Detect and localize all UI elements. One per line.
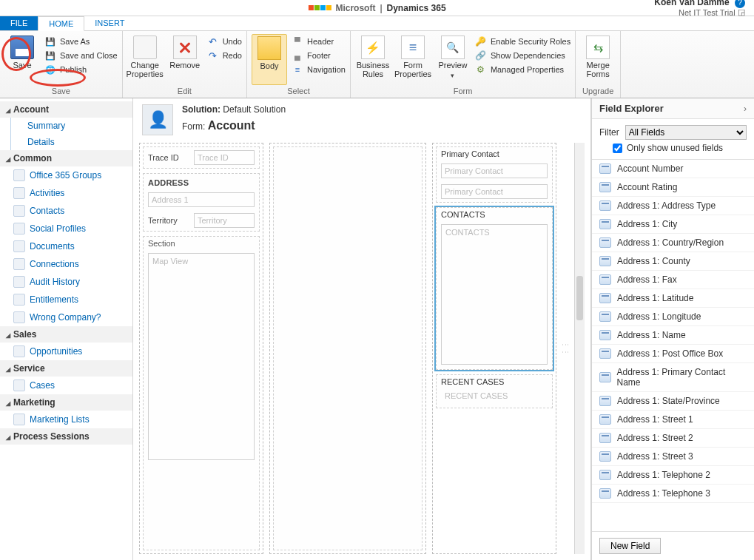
canvas-section-map[interactable]: Section Map View bbox=[143, 236, 260, 550]
nav-item[interactable]: Opportunities bbox=[0, 343, 132, 360]
field-row[interactable]: Address 1: State/Province bbox=[592, 392, 754, 411]
enable-security-button[interactable]: Enable Security Roles bbox=[475, 36, 570, 47]
field-icon bbox=[599, 451, 611, 462]
group-label-upgrade: Upgrade bbox=[580, 85, 616, 98]
field-row[interactable]: Address 1: Street 3 bbox=[592, 448, 754, 466]
undo-button[interactable]: Undo bbox=[207, 36, 242, 47]
field-icon bbox=[599, 200, 611, 211]
filter-select[interactable]: All Fields bbox=[625, 125, 747, 140]
field-list[interactable]: Account NumberAccount RatingAddress 1: A… bbox=[592, 159, 754, 531]
nav-item[interactable]: Activities bbox=[0, 184, 132, 202]
field-row[interactable]: Address 1: Longitude bbox=[592, 308, 754, 326]
primary-contact-field-2[interactable]: Primary Contact bbox=[441, 184, 548, 199]
form-canvas[interactable]: Trace IDTrace ID ADDRESS Address 1 Terri… bbox=[133, 143, 590, 560]
footer-button[interactable]: Footer bbox=[292, 50, 346, 61]
new-field-button[interactable]: New Field bbox=[599, 538, 661, 554]
nav-item[interactable]: Contacts bbox=[0, 202, 132, 220]
nav-group-common[interactable]: Common bbox=[0, 150, 132, 166]
canvas-section-contacts[interactable]: CONTACTS CONTACTS bbox=[436, 207, 553, 370]
address1-field[interactable]: Address 1 bbox=[148, 192, 255, 207]
canvas-column-middle[interactable] bbox=[269, 143, 426, 554]
save-button[interactable]: Save bbox=[4, 34, 40, 85]
change-properties-icon bbox=[133, 36, 157, 59]
canvas-field-traceid[interactable]: Trace IDTrace ID bbox=[143, 146, 260, 169]
trace-id-field[interactable]: Trace ID bbox=[194, 150, 255, 165]
body-button[interactable]: Body bbox=[252, 34, 287, 85]
unused-fields-checkbox[interactable] bbox=[613, 144, 622, 153]
field-row[interactable]: Address 1: Country/Region bbox=[592, 234, 754, 252]
org-popup-icon[interactable]: ◲ bbox=[738, 7, 745, 16]
field-row[interactable]: Address 1: Telephone 3 bbox=[592, 485, 754, 503]
tab-file[interactable]: FILE bbox=[0, 16, 38, 30]
change-properties-button[interactable]: Change Properties bbox=[127, 34, 163, 85]
nav-item-details[interactable]: Details bbox=[11, 134, 132, 150]
save-as-button[interactable]: Save As bbox=[44, 36, 118, 47]
drag-handle-icon[interactable]: ⋮⋮ bbox=[562, 143, 568, 554]
managed-properties-icon bbox=[475, 64, 487, 75]
field-icon bbox=[599, 293, 611, 303]
nav-item-summary[interactable]: Summary bbox=[11, 118, 132, 134]
nav-group-process[interactable]: Process Sessions bbox=[0, 428, 132, 445]
nav-item-icon bbox=[13, 345, 25, 357]
tab-home[interactable]: HOME bbox=[38, 16, 84, 31]
field-row[interactable]: Address 1: Fax bbox=[592, 271, 754, 289]
tab-insert[interactable]: INSERT bbox=[84, 16, 135, 30]
canvas-section-recent-cases[interactable]: RECENT CASES RECENT CASES bbox=[436, 374, 553, 408]
canvas-column-right[interactable]: Primary Contact Primary Contact Primary … bbox=[432, 143, 556, 554]
navigation-button[interactable]: Navigation bbox=[292, 64, 346, 75]
canvas-section-primary-contact[interactable]: Primary Contact Primary Contact Primary … bbox=[436, 146, 553, 203]
primary-contact-field[interactable]: Primary Contact bbox=[441, 163, 548, 178]
nav-item[interactable]: Office 365 Groups bbox=[0, 166, 132, 184]
field-row[interactable]: Address 1: Street 2 bbox=[592, 429, 754, 448]
filter-label: Filter bbox=[599, 127, 619, 138]
map-view-placeholder[interactable]: Map View bbox=[148, 253, 255, 460]
nav-item[interactable]: Entitlements bbox=[0, 291, 132, 308]
nav-item[interactable]: Documents bbox=[0, 237, 132, 255]
field-row[interactable]: Address 1: City bbox=[592, 215, 754, 234]
nav-group-account[interactable]: Account bbox=[0, 101, 132, 118]
field-icon bbox=[599, 470, 611, 480]
nav-group-sales[interactable]: Sales bbox=[0, 326, 132, 343]
canvas-scrollbar[interactable] bbox=[574, 143, 585, 554]
remove-button[interactable]: Remove bbox=[167, 34, 203, 85]
nav-item[interactable]: Marketing Lists bbox=[0, 411, 132, 428]
nav-item[interactable]: Social Profiles bbox=[0, 220, 132, 237]
canvas-empty-section[interactable] bbox=[273, 146, 423, 550]
explorer-collapse-icon[interactable]: › bbox=[744, 104, 747, 114]
publish-icon bbox=[44, 64, 56, 75]
nav-item[interactable]: Audit History bbox=[0, 273, 132, 291]
field-row[interactable]: Address 1: Latitude bbox=[592, 289, 754, 308]
contacts-subgrid[interactable]: CONTACTS bbox=[441, 224, 548, 365]
nav-item[interactable]: Wrong Company? bbox=[0, 308, 132, 326]
field-row[interactable]: Address 1: Post Office Box bbox=[592, 345, 754, 363]
nav-item[interactable]: Connections bbox=[0, 255, 132, 273]
redo-button[interactable]: Redo bbox=[207, 50, 242, 61]
form-properties-button[interactable]: Form Properties bbox=[395, 34, 431, 85]
nav-group-service[interactable]: Service bbox=[0, 360, 132, 377]
canvas-section-address[interactable]: ADDRESS Address 1 TerritoryTerritory bbox=[143, 173, 260, 232]
footer-icon bbox=[292, 50, 303, 61]
territory-field[interactable]: Territory bbox=[194, 213, 255, 228]
business-rules-button[interactable]: Business Rules bbox=[355, 34, 391, 85]
field-row[interactable]: Account Rating bbox=[592, 178, 754, 197]
field-row[interactable]: Address 1: Name bbox=[592, 326, 754, 345]
show-dependencies-button[interactable]: Show Dependencies bbox=[475, 50, 570, 61]
field-row[interactable]: Address 1: Address Type bbox=[592, 197, 754, 215]
field-icon bbox=[599, 163, 611, 174]
header-button[interactable]: Header bbox=[292, 36, 346, 47]
field-row[interactable]: Address 1: Telephone 2 bbox=[592, 466, 754, 485]
nav-item[interactable]: Cases bbox=[0, 377, 132, 394]
field-row[interactable]: Account Number bbox=[592, 160, 754, 178]
canvas-column-left[interactable]: Trace IDTrace ID ADDRESS Address 1 Terri… bbox=[139, 143, 263, 554]
field-row[interactable]: Address 1: County bbox=[592, 252, 754, 271]
merge-forms-icon bbox=[586, 36, 610, 59]
nav-group-marketing[interactable]: Marketing bbox=[0, 394, 132, 411]
save-close-button[interactable]: Save and Close bbox=[44, 50, 118, 61]
user-info[interactable]: Koen Van Damme ? Net IT Test Trial ◲ bbox=[654, 0, 754, 18]
managed-properties-button[interactable]: Managed Properties bbox=[475, 64, 570, 75]
preview-button[interactable]: Preview bbox=[435, 34, 471, 85]
merge-forms-button[interactable]: Merge Forms bbox=[580, 34, 616, 85]
field-row[interactable]: Address 1: Primary Contact Name bbox=[592, 363, 754, 392]
field-row[interactable]: Address 1: Street 1 bbox=[592, 411, 754, 429]
publish-button[interactable]: Publish bbox=[44, 64, 118, 75]
